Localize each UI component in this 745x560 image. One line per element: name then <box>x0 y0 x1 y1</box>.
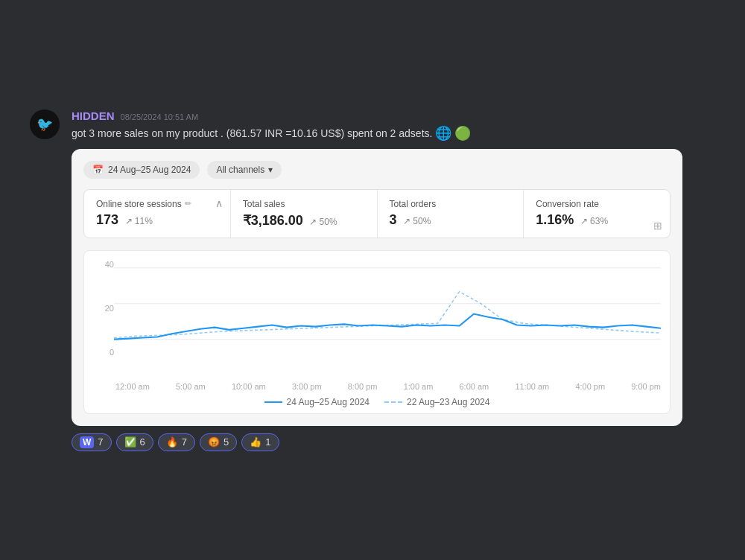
x-label-4: 8:00 pm <box>348 382 378 391</box>
chart-container: 40 20 0 1 <box>83 250 670 414</box>
x-label-6: 6:00 am <box>460 382 489 391</box>
message-body: got 3 more sales on my product . (861.57… <box>72 127 432 139</box>
chevron-down-icon: ▾ <box>268 165 273 175</box>
reaction-w-count: 7 <box>98 436 103 448</box>
metric-value-conversion: 1.16% ↗ 63% <box>536 212 658 228</box>
reaction-thumbsup-count: 1 <box>265 436 270 448</box>
metric-label-conversion: Conversion rate <box>536 199 658 209</box>
metric-value-orders: 3 ↗ 50% <box>390 212 512 228</box>
metric-conversion-rate: Conversion rate 1.16% ↗ 63% ⊞ <box>524 190 670 238</box>
chart-x-labels: 12:00 am 5:00 am 10:00 am 3:00 pm 8:00 p… <box>93 379 661 391</box>
avatar-image: 🐦 <box>30 109 60 139</box>
emoji-inline-1: 🌐 <box>435 125 451 141</box>
metric-label-sales: Total sales <box>243 199 365 209</box>
x-label-9: 9:00 pm <box>631 382 661 391</box>
chart-svg <box>114 260 661 379</box>
reaction-check-emoji: ✅ <box>124 436 136 448</box>
x-label-0: 12:00 am <box>115 382 150 391</box>
metric-total-sales: Total sales ₹3,186.00 ↗ 50% <box>231 190 378 238</box>
reaction-w-emoji: W <box>80 436 94 448</box>
reaction-thumbsup-emoji: 👍 <box>250 436 261 448</box>
legend-dashed-line <box>384 401 402 403</box>
analytics-card: 📅 24 Aug–25 Aug 2024 All channels ▾ Onli… <box>72 149 682 426</box>
metric-value-sessions: 173 ↗ 11% <box>96 212 218 228</box>
x-label-8: 4:00 pm <box>575 382 605 391</box>
x-label-5: 1:00 am <box>404 382 434 391</box>
reaction-angry[interactable]: 😡 5 <box>200 433 237 451</box>
chart-legend: 24 Aug–25 Aug 2024 22 Aug–23 Aug 2024 <box>93 397 661 407</box>
reaction-angry-count: 5 <box>224 436 229 448</box>
x-label-2: 10:00 am <box>232 382 266 391</box>
reaction-angry-emoji: 😡 <box>208 436 220 448</box>
metric-value-sales: ₹3,186.00 ↗ 50% <box>243 212 365 229</box>
reaction-fire-emoji: 🔥 <box>166 436 178 448</box>
edit-icon[interactable]: ✏ <box>185 199 191 209</box>
y-label-0: 0 <box>93 348 114 357</box>
reaction-fire[interactable]: 🔥 7 <box>158 433 195 451</box>
avatar: 🐦 <box>30 109 60 139</box>
legend-secondary: 22 Aug–23 Aug 2024 <box>384 397 489 407</box>
reaction-w[interactable]: W 7 <box>72 433 112 451</box>
card-header: 📅 24 Aug–25 Aug 2024 All channels ▾ <box>83 161 670 179</box>
message-container: 🐦 HIDDEN 08/25/2024 10:51 AM got 3 more … <box>15 98 730 463</box>
legend-primary-label: 24 Aug–25 Aug 2024 <box>287 397 370 407</box>
emoji-inline-2: 🟢 <box>454 125 471 141</box>
calendar-icon: 📅 <box>92 165 104 175</box>
reactions-row: W 7 ✅ 6 🔥 7 😡 5 👍 1 <box>72 433 715 451</box>
x-label-3: 3:00 pm <box>292 382 322 391</box>
metric-label-sessions: Online store sessions ✏ <box>96 199 218 209</box>
channel-badge[interactable]: All channels ▾ <box>207 161 282 179</box>
legend-solid-line <box>264 401 282 403</box>
y-label-40: 40 <box>93 260 114 269</box>
legend-secondary-label: 22 Aug–23 Aug 2024 <box>407 397 489 407</box>
legend-primary: 24 Aug–25 Aug 2024 <box>264 397 370 407</box>
reaction-fire-count: 7 <box>182 436 187 448</box>
message-text: got 3 more sales on my product . (861.57… <box>72 125 715 141</box>
channel-label: All channels <box>216 165 264 175</box>
reaction-check-count: 6 <box>140 436 145 448</box>
x-label-7: 11:00 am <box>515 382 549 391</box>
timestamp: 08/25/2024 10:51 AM <box>121 112 199 121</box>
reaction-check[interactable]: ✅ 6 <box>116 433 153 451</box>
date-badge[interactable]: 📅 24 Aug–25 Aug 2024 <box>83 161 200 179</box>
reaction-thumbsup[interactable]: 👍 1 <box>241 433 279 451</box>
collapse-icon[interactable]: ∧ <box>215 197 223 209</box>
metric-online-sessions: Online store sessions ✏ 173 ↗ 11% ∧ <box>84 190 231 238</box>
y-label-20: 20 <box>93 304 114 313</box>
date-range-label: 24 Aug–25 Aug 2024 <box>108 165 191 175</box>
screenshot-icon[interactable]: ⊞ <box>653 220 662 232</box>
message-content: HIDDEN 08/25/2024 10:51 AM got 3 more sa… <box>72 109 715 451</box>
metric-label-orders: Total orders <box>390 199 512 209</box>
username: HIDDEN <box>72 109 115 122</box>
metric-total-orders: Total orders 3 ↗ 50% <box>378 190 524 238</box>
x-label-1: 5:00 am <box>176 382 206 391</box>
message-header: HIDDEN 08/25/2024 10:51 AM <box>72 109 715 122</box>
metrics-row: Online store sessions ✏ 173 ↗ 11% ∧ Tota… <box>83 189 670 238</box>
